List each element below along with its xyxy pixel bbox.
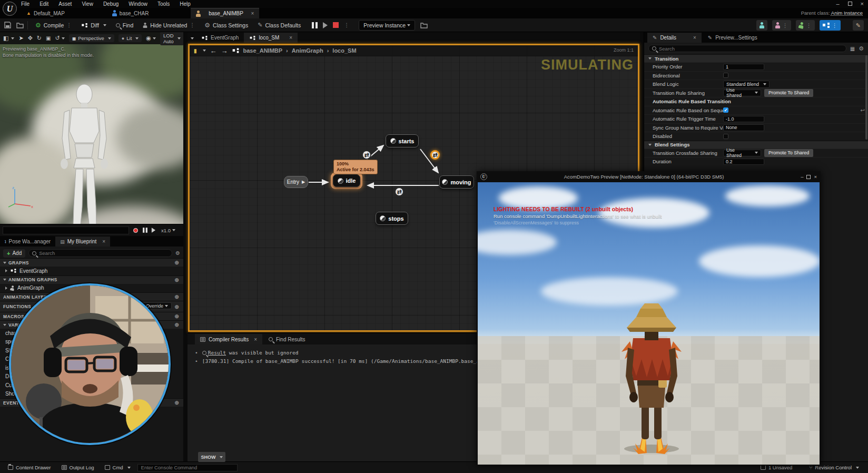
blueprint-mode-button[interactable]: ⋮ bbox=[820, 20, 841, 31]
compile-button[interactable]: ⚙ Compile ⋮ bbox=[32, 21, 75, 30]
add-event-dispatcher-icon[interactable]: ⊕ bbox=[174, 400, 179, 406]
menu-file[interactable]: File bbox=[21, 1, 29, 7]
add-animation-graph-icon[interactable]: ⊕ bbox=[174, 277, 179, 283]
brush-mode-button[interactable]: ✎ bbox=[853, 20, 864, 31]
transition-moving-to-idle[interactable]: ⇄ bbox=[394, 187, 404, 196]
tab-close-icon[interactable]: × bbox=[693, 35, 696, 41]
node-idle[interactable]: idle bbox=[333, 174, 360, 187]
menu-help[interactable]: Help bbox=[180, 1, 191, 7]
menu-debug[interactable]: Debug bbox=[103, 1, 119, 7]
bookmark-caret-icon[interactable] bbox=[203, 50, 206, 52]
playback-speed[interactable]: x1.0 bbox=[161, 228, 171, 233]
skeleton-mode-button[interactable] bbox=[756, 20, 767, 31]
anim-play-button[interactable] bbox=[152, 228, 155, 233]
tab-close-icon[interactable]: × bbox=[254, 337, 257, 342]
menu-tools[interactable]: Tools bbox=[157, 1, 170, 7]
node-moving[interactable]: moving bbox=[439, 175, 474, 189]
preview-viewport[interactable]: ◧ ➤ ✥ ↻ ▣ ↺ ◼Perspective ●Lit ◉ LOD Auto… bbox=[0, 32, 183, 224]
menu-edit[interactable]: Edit bbox=[40, 1, 48, 7]
menu-asset[interactable]: Asset bbox=[58, 1, 72, 7]
preview-maximize-icon[interactable] bbox=[806, 175, 811, 179]
add-function-icon[interactable]: ⊕ bbox=[174, 304, 179, 310]
tab-pose-watch-manager[interactable]: ʇ Pose Wa...anager bbox=[0, 236, 55, 247]
tab-base-animbp[interactable]: base_ANIMBP × bbox=[191, 8, 259, 18]
console-command-input[interactable] bbox=[141, 465, 234, 470]
add-variable-icon[interactable]: ⊕ bbox=[174, 322, 179, 328]
search-icon[interactable] bbox=[202, 351, 206, 355]
lod-dropdown[interactable]: LOD Auto bbox=[160, 32, 183, 45]
details-scrollbar[interactable] bbox=[865, 55, 867, 140]
rule-sharing-dropdown[interactable]: Use Shared bbox=[723, 90, 761, 97]
console-command-field[interactable] bbox=[137, 464, 238, 471]
tab-default-map[interactable]: ▲ Default_MAP bbox=[21, 8, 70, 18]
browse-icon[interactable] bbox=[16, 22, 24, 28]
diff-button[interactable]: Diff bbox=[77, 21, 110, 30]
entry-pin-icon[interactable]: ▶ bbox=[302, 180, 305, 184]
node-starts[interactable]: starts bbox=[386, 134, 419, 147]
save-icon[interactable] bbox=[4, 22, 11, 28]
nav-forward-icon[interactable]: → bbox=[221, 47, 228, 55]
cmd-dropdown[interactable]: Cmd bbox=[101, 464, 134, 471]
priority-order-input[interactable]: 1 bbox=[723, 64, 764, 71]
hide-unrelated-button[interactable]: Hide Unrelated ⋮ bbox=[139, 21, 199, 30]
preview-instance-dropdown[interactable]: Preview Instance bbox=[359, 20, 415, 31]
tab-my-blueprint[interactable]: ▤ My Blueprint × bbox=[55, 236, 110, 247]
breadcrumb-root[interactable]: base_ANIMBP bbox=[243, 47, 283, 54]
show-dropdown-button[interactable]: SHOW bbox=[198, 452, 225, 462]
record-button[interactable] bbox=[133, 228, 138, 233]
output-log-button[interactable]: Output Log bbox=[58, 464, 98, 471]
minimize-icon[interactable]: – bbox=[836, 1, 839, 7]
class-settings-button[interactable]: ⚙ Class Settings bbox=[201, 21, 252, 30]
tab-close-icon[interactable]: × bbox=[289, 35, 292, 41]
auto-rule-checkbox[interactable]: ✓ bbox=[723, 107, 728, 113]
menu-view[interactable]: View bbox=[82, 1, 93, 7]
animation-options-icon[interactable]: ⋮ bbox=[806, 23, 812, 28]
details-search-input[interactable] bbox=[659, 46, 843, 52]
unreal-logo[interactable]: U bbox=[3, 2, 17, 16]
bidirectional-checkbox[interactable] bbox=[723, 73, 728, 78]
crossfade-sharing-dropdown[interactable]: Use Shared bbox=[723, 150, 761, 157]
tab-event-graph[interactable]: EventGraph bbox=[196, 33, 244, 43]
close-icon[interactable]: × bbox=[861, 1, 864, 7]
blueprint-options-icon[interactable]: ⋮ bbox=[832, 23, 837, 28]
details-search[interactable] bbox=[648, 45, 846, 52]
node-entry[interactable]: Entry ▶ bbox=[284, 176, 308, 188]
add-animation-layer-icon[interactable]: ⊕ bbox=[174, 294, 179, 300]
tab-preview-settings[interactable]: ✎ Preview...Settings bbox=[703, 33, 763, 43]
duration-input[interactable]: 0.2 bbox=[723, 159, 764, 165]
bookmark-icon[interactable]: ▮ bbox=[194, 48, 197, 54]
move-tool-icon[interactable]: ✥ bbox=[28, 35, 33, 42]
transition-section-header[interactable]: Transition bbox=[644, 54, 868, 62]
maximize-icon[interactable] bbox=[848, 2, 852, 6]
tab-close-icon[interactable]: × bbox=[102, 239, 105, 244]
transition-idle-to-starts[interactable]: ⇄ bbox=[362, 150, 371, 160]
preview-close-icon[interactable]: × bbox=[814, 174, 817, 180]
class-defaults-button[interactable]: ✎ Class Defaults bbox=[254, 20, 304, 30]
lit-dropdown[interactable]: ●Lit bbox=[119, 34, 142, 42]
details-settings-icon[interactable]: ⚙ bbox=[859, 46, 864, 52]
trigger-time-input[interactable]: -1.0 bbox=[723, 116, 764, 123]
animation-mode-button[interactable]: ⋮ bbox=[796, 20, 815, 31]
event-graph-item[interactable]: EventGraph bbox=[0, 267, 183, 275]
tab-compiler-results[interactable]: Compiler Results × bbox=[195, 334, 262, 344]
anim-pause-button[interactable] bbox=[143, 228, 147, 233]
animation-graphs-section-header[interactable]: ANIMATION GRAPHS⊕ bbox=[0, 275, 183, 284]
blend-logic-dropdown[interactable]: Standard Blend bbox=[723, 81, 770, 88]
disabled-checkbox[interactable] bbox=[723, 134, 728, 139]
browse-instance-icon[interactable] bbox=[420, 22, 428, 28]
preview-title-bar[interactable]: U AcomDemoTwo Preview [NetMode: Standalo… bbox=[477, 171, 821, 182]
rotate-tool-icon[interactable]: ↻ bbox=[37, 35, 42, 42]
transition-starts-to-moving[interactable]: ⇄ bbox=[430, 150, 440, 160]
preview-minimize-icon[interactable]: – bbox=[801, 174, 803, 180]
result-link[interactable]: Result bbox=[208, 350, 226, 356]
tab-close-icon[interactable]: × bbox=[251, 11, 254, 16]
graphs-section-header[interactable]: GRAPHS⊕ bbox=[0, 258, 183, 267]
tab-loco-sm[interactable]: loco_SM× bbox=[244, 33, 298, 43]
snap-tool-icon[interactable]: ↺ bbox=[55, 35, 65, 42]
add-graph-icon[interactable]: ⊕ bbox=[174, 260, 179, 265]
stop-button[interactable] bbox=[333, 22, 339, 28]
add-button[interactable]: +Add bbox=[3, 249, 25, 258]
perspective-dropdown[interactable]: ◼Perspective bbox=[69, 34, 114, 42]
menu-window[interactable]: Window bbox=[129, 1, 147, 7]
show-flags-icon[interactable]: ◉ bbox=[146, 35, 156, 42]
